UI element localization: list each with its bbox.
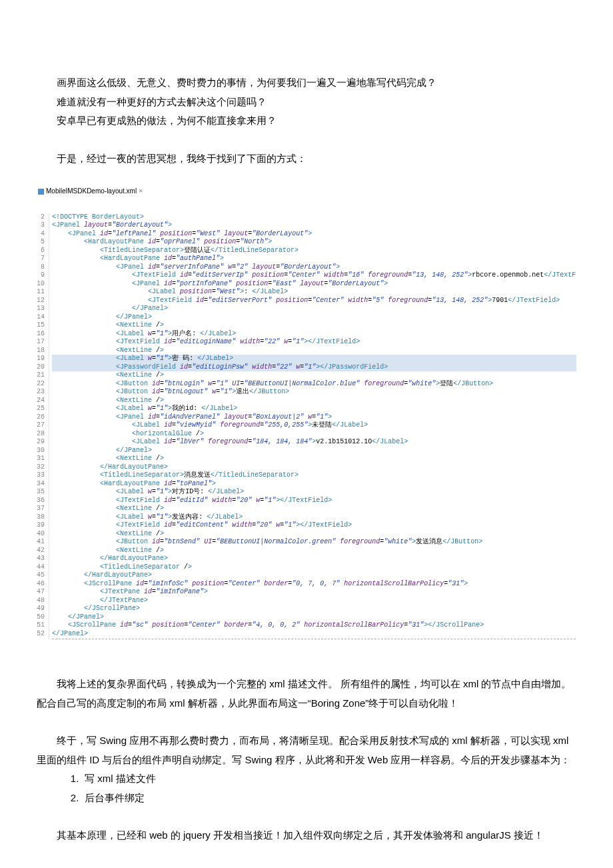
line-number-gutter: 2345678910111213141516171819202122232425…	[37, 213, 49, 640]
code-line: <NextLine />	[52, 371, 576, 380]
code-line: <JScrollPane id="sc" position="Center" b…	[52, 621, 576, 630]
code-line: <HardLayoutPane id="toPanel">	[52, 480, 576, 489]
close-icon[interactable]: ✕	[139, 187, 143, 196]
code-line: <TitledLineSeparator />	[52, 563, 576, 572]
code-line: <JTextPane id="imInfoPane">	[52, 588, 576, 597]
code-line: </HardLayoutPane>	[52, 555, 576, 563]
paragraph-6: 终于，写 Swing 应用不再那么费时费力，而布局，将清晰呈现。配合采用反射技术…	[37, 731, 576, 769]
code-line: </JPanel>	[52, 305, 576, 313]
code-line: <HardLayoutPane id="oprPanel" position="…	[52, 238, 576, 247]
code-line: <JPanel id="leftPanel" position="West" l…	[52, 230, 576, 239]
xml-file-icon	[38, 189, 44, 195]
paragraph-3: 安卓早已有更成熟的做法，为何不能直接拿来用？	[37, 111, 576, 131]
tab-label[interactable]: MobileIMSDKDemo-layout.xml	[46, 187, 137, 196]
code-line: <JPasswordField id="editLoginPsw" width=…	[52, 363, 576, 372]
code-line: <JPanel id="idAndVerPanel" layout="BoxLa…	[52, 413, 576, 422]
list-item: 写 xml 描述文件	[82, 769, 577, 789]
code-line: <JLabel w="1">对方ID号: </JLabel>	[52, 488, 576, 497]
code-content: <!DOCTYPE BorderLayout><JPanel layout="B…	[49, 213, 576, 640]
code-line: <JLabel w="1">用户名: </JLabel>	[52, 330, 576, 339]
code-line: </HardLayoutPane>	[52, 463, 576, 472]
code-line: <JLabel position="West">: </JLabel>	[52, 288, 576, 297]
code-line: <JLabel w="1">我的id: </JLabel>	[52, 405, 576, 413]
code-line: <HardLayoutPane id="authPanel">	[52, 255, 576, 263]
code-line: </JTextPane>	[52, 597, 576, 605]
code-line: </JPanel>	[52, 613, 576, 622]
paragraph-4: 于是，经过一夜的苦思冥想，我终于找到了下面的方式：	[37, 149, 576, 169]
code-line: <JTextField id="editLoginName" width="22…	[52, 338, 576, 347]
editor-tab-bar: MobileIMSDKDemo-layout.xml ✕	[37, 187, 576, 196]
code-line: <JTextField id="editContent" width="20" …	[52, 521, 576, 530]
code-line: <JButton id="btnLogin" w="1" UI="BEButto…	[52, 380, 576, 389]
steps-list: 写 xml 描述文件 后台事件绑定	[82, 769, 577, 807]
code-line: <NextLine />	[52, 397, 576, 405]
code-line: <JTextField id="editId" width="20" w="1"…	[52, 497, 576, 505]
code-line: <JPanel id="portInfoPane" position="East…	[52, 280, 576, 289]
code-line: </JPanel>	[52, 313, 576, 322]
code-line: </JScrollPane>	[52, 605, 576, 613]
paragraph-1: 画界面这么低级、无意义、费时费力的事情，为何要我们一遍又一遍地靠写代码完成？	[37, 73, 576, 93]
code-line: <JLabel w="1">发送内容: </JLabel>	[52, 513, 576, 522]
code-line: <NextLine />	[52, 455, 576, 463]
paragraph-7: 其基本原理，已经和 web 的 jquery 开发相当接近！加入组件双向绑定之后…	[37, 826, 576, 845]
code-line: <NextLine />	[52, 505, 576, 513]
code-line: <JLabel id="viewMyid" foreground="255,0,…	[52, 421, 576, 430]
code-line: <TitledLineSeparator>登陆认证</TitledLineSep…	[52, 247, 576, 255]
code-line: <horizontalGlue />	[52, 430, 576, 439]
code-line: </HardLayoutPane>	[52, 571, 576, 580]
code-line: <TitledLineSeparator>消息发送</TitledLineSep…	[52, 471, 576, 480]
code-line: <NextLine />	[52, 347, 576, 355]
code-line: <JLabel id="lbVer" foreground="184, 184,…	[52, 438, 576, 447]
code-line: <JButton id="btnSend" UI="BEButtonUI|Nor…	[52, 538, 576, 547]
code-line: </JPanel>	[52, 447, 576, 455]
code-line: <NextLine />	[52, 321, 576, 330]
code-line: </JPanel>	[52, 630, 576, 639]
code-line: <JTextField id="editServerIp" position="…	[52, 271, 576, 280]
code-line: <JPanel layout="BorderLayout">	[52, 221, 576, 230]
code-line: <JTextField id="editServerPort" position…	[52, 297, 576, 305]
code-line: <JScrollPane id="imInfoSc" position="Cen…	[52, 580, 576, 589]
list-item: 后台事件绑定	[82, 789, 577, 808]
code-line: <!DOCTYPE BorderLayout>	[52, 213, 576, 222]
code-editor: MobileIMSDKDemo-layout.xml ✕ 23456789101…	[37, 171, 576, 656]
code-line: <JButton id="btnLogout" w="1">退出</JButto…	[52, 388, 576, 397]
code-line: <JLabel w="1">密 码: </JLabel>	[52, 355, 576, 363]
paragraph-5: 我将上述的复杂界面代码，转换成为一个完整的 xml 描述文件。 所有组件的属性，…	[37, 675, 576, 713]
code-line: <JPanel id="serverInfoPane" w="2" layout…	[52, 263, 576, 272]
code-line: <NextLine />	[52, 530, 576, 539]
paragraph-2: 难道就没有一种更好的方式去解决这个问题吗？	[37, 93, 576, 112]
document-body: 画界面这么低级、无意义、费时费力的事情，为何要我们一遍又一遍地靠写代码完成？ 难…	[37, 73, 576, 845]
code-line: <NextLine />	[52, 547, 576, 555]
